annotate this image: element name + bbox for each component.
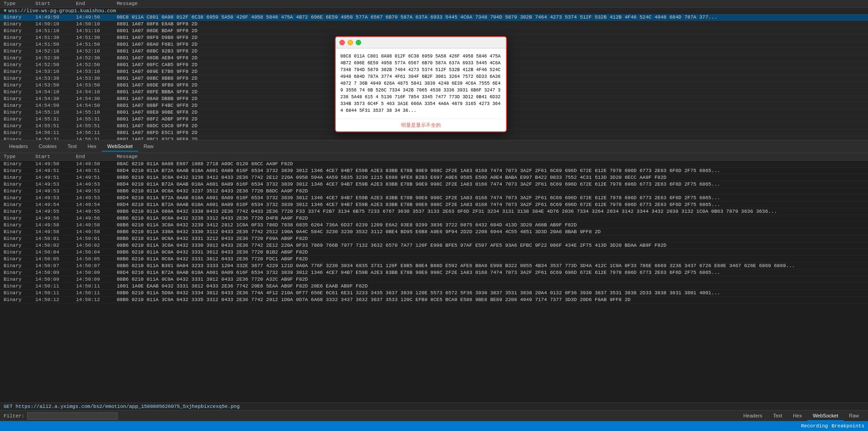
bottom-table-row[interactable]: Binary 14:50:12 14:50:12 08B6 0210 011A … (0, 297, 868, 303)
tab-raw[interactable]: Raw (138, 142, 159, 152)
col-header-end: End (76, 1, 117, 6)
row-type: Binary (4, 82, 35, 88)
row-end: 14:55:31 (76, 116, 117, 122)
top-websocket-panel: Type Start End Message ▼ wss://live-ws-p… (0, 0, 868, 140)
bottom-table-row[interactable]: Binary 14:50:07 14:50:07 08B6 0210 011A … (0, 263, 868, 269)
bottom-table-row[interactable]: Binary 14:49:51 14:49:51 08D4 0210 011A … (0, 168, 868, 174)
row-type: Binary (4, 89, 35, 95)
bottom-table-row[interactable]: Binary 14:49:56 14:49:56 08B6 0210 011A … (0, 215, 868, 222)
tab-websocket[interactable]: WebSocket (102, 142, 138, 152)
row-end: 14:49:55 (76, 209, 117, 214)
popup-maximize-btn[interactable] (356, 40, 361, 45)
row-message: 08B6 0210 011A 0C0A 0432 3331 3912 0433 … (117, 277, 864, 282)
row-message: 08B6 0210 011A 0C0A 0432 3237 3512 0433 … (117, 188, 864, 194)
bottom-table-row[interactable]: Binary 14:50:02 14:50:02 08B6 0210 011A … (0, 242, 868, 249)
row-start: 14:55:51 (35, 123, 76, 129)
row-type: Binary (4, 96, 35, 101)
bottom-table-row[interactable]: Binary 14:49:54 14:49:54 08D4 0210 011A … (0, 201, 868, 208)
row-end: 14:51:30 (76, 35, 117, 40)
row-start: 14:50:11 (35, 283, 76, 289)
top-tab-bar: Headers Cookies Text Hex WebSocket Raw (0, 140, 868, 153)
row-type: Binary (4, 123, 35, 129)
bottom-tab-raw[interactable]: Raw (844, 411, 864, 421)
url-bar: GET https://ali2.a.yximgs.com/bs2/emotio… (0, 402, 868, 410)
bottom-rows-container: Binary 14:49:50 14:49:50 08AC 0210 011A … (0, 161, 868, 303)
websocket-connection-row[interactable]: ▼ wss://live-ws-pg-group1.kuaishou.com (0, 8, 868, 14)
bottom-tab-websocket[interactable]: WebSocket (807, 411, 844, 421)
breakpoints-label[interactable]: Breakpoints (831, 423, 864, 429)
row-start: 14:54:50 (35, 103, 76, 108)
bottom-col-header-message: Message (117, 154, 864, 159)
bottom-table-row[interactable]: Binary 14:49:50 14:49:50 08AC 0210 011A … (0, 161, 868, 168)
row-message: 08B6 0210 011A 680A 0432 3338 0433 2E36 … (117, 209, 864, 214)
recording-label[interactable]: Recording (801, 423, 828, 429)
row-end: 14:49:51 (76, 168, 117, 173)
row-type: Binary (4, 202, 35, 207)
row-start: 14:49:50 (35, 161, 76, 167)
row-end: 14:53:10 (76, 69, 117, 74)
filter-label: Filter: (4, 413, 24, 419)
row-end: 14:55:51 (76, 123, 117, 129)
popup-window[interactable]: 08C8 011A C801 0A98 012F 6C38 6959 5A58 … (335, 36, 507, 132)
row-start: 14:51:50 (35, 42, 76, 47)
bottom-tab-text[interactable]: Text (768, 411, 787, 421)
row-type: Binary (4, 161, 35, 167)
row-start: 14:56:11 (35, 130, 76, 135)
row-type: Binary (4, 290, 35, 296)
top-table-row[interactable]: Binary 14:49:50 14:49:50 08C8 011A C801 … (0, 14, 868, 21)
bottom-table-row[interactable]: Binary 14:50:09 14:50:09 08B6 0210 011A … (0, 276, 868, 283)
bottom-table-row[interactable]: Binary 14:50:11 14:50:11 1001 1A0E EAAB … (0, 283, 868, 290)
bottom-table-row[interactable]: Binary 14:49:53 14:49:53 08B6 0210 011A … (0, 188, 868, 195)
filter-input[interactable] (27, 412, 118, 420)
row-end: 14:50:12 (76, 297, 117, 302)
row-start: 14:52:30 (35, 55, 76, 61)
bottom-table-row[interactable]: Binary 14:50:01 14:50:01 08B6 0210 011A … (0, 235, 868, 242)
bottom-table-row[interactable]: Binary 14:50:09 14:50:09 08D4 0210 011A … (0, 269, 868, 276)
tab-headers[interactable]: Headers (4, 142, 33, 152)
bottom-table-row[interactable]: Binary 14:49:53 14:49:53 08D4 0210 011A … (0, 195, 868, 201)
popup-close-btn[interactable] (339, 40, 345, 45)
row-message: 08B6 0210 011A B301 0A04 3233 3333 1204 … (117, 263, 864, 268)
bottom-tab-hex[interactable]: Hex (787, 411, 807, 421)
tab-hex[interactable]: Hex (82, 142, 102, 152)
row-type: Binary (4, 270, 35, 275)
row-start: 14:50:09 (35, 277, 76, 282)
top-table-row[interactable]: Binary 14:56:31 14:56:31 8801 1A07 08C1 … (0, 136, 868, 140)
row-start: 14:49:56 (35, 216, 76, 221)
col-header-type: Type (4, 1, 35, 6)
row-type: Binary (4, 283, 35, 289)
top-column-headers: Type Start End Message (0, 0, 868, 8)
bottom-table-row[interactable]: Binary 14:50:05 14:50:05 08B6 0210 011A … (0, 256, 868, 263)
bottom-table-row[interactable]: Binary 14:49:55 14:49:55 08B6 0210 011A … (0, 208, 868, 215)
row-end: 14:49:58 (76, 222, 117, 228)
row-start: 14:50:09 (35, 270, 76, 275)
status-bar: Recording Breakpoints (0, 421, 868, 431)
bottom-tab-headers[interactable]: Headers (738, 411, 768, 421)
top-table-row[interactable]: Binary 14:50:10 14:50:10 8801 1A07 08F8 … (0, 21, 868, 28)
row-message: 08B6 0210 011A 0C0A 0432 3238 3312 0433 … (117, 216, 864, 221)
top-table-row[interactable]: Binary 14:51:10 14:51:10 8801 1A07 08DE … (0, 28, 868, 34)
row-start: 14:50:02 (35, 243, 76, 248)
row-start: 14:50:11 (35, 290, 76, 296)
row-start: 14:49:50 (35, 14, 76, 20)
bottom-table-row[interactable]: Binary 14:49:58 14:49:58 08B6 0210 011A … (0, 229, 868, 235)
bottom-table-row[interactable]: Binary 14:50:11 14:50:11 08B6 0210 011A … (0, 290, 868, 297)
row-type: Binary (4, 175, 35, 180)
row-start: 14:53:10 (35, 69, 76, 74)
bottom-table-row[interactable]: Binary 14:50:04 14:50:04 08B6 0210 011A … (0, 249, 868, 256)
filter-bar: Filter: Headers Text Hex WebSocket Raw (0, 410, 868, 421)
row-start: 14:51:10 (35, 28, 76, 34)
bottom-table-row[interactable]: Binary 14:49:51 14:49:51 08B6 0210 011A … (0, 174, 868, 181)
row-type: Binary (4, 263, 35, 268)
bottom-table-row[interactable]: Binary 14:49:58 14:49:58 08B6 0210 011A … (0, 222, 868, 229)
row-end: 14:52:10 (76, 48, 117, 54)
popup-minimize-btn[interactable] (348, 40, 353, 45)
tab-text[interactable]: Text (62, 142, 82, 152)
row-end: 14:52:50 (76, 62, 117, 67)
row-end: 14:50:09 (76, 270, 117, 275)
row-message: 08B6 0210 011A 0C0A 0432 3331 3212 0433 … (117, 236, 864, 241)
row-message: 08B6 0210 011A 0C0A 0432 3331 3612 0433 … (117, 249, 864, 255)
row-start: 14:49:54 (35, 202, 76, 207)
bottom-table-row[interactable]: Binary 14:49:53 14:49:53 08D4 0210 011A … (0, 181, 868, 188)
tab-cookies[interactable]: Cookies (33, 142, 62, 152)
